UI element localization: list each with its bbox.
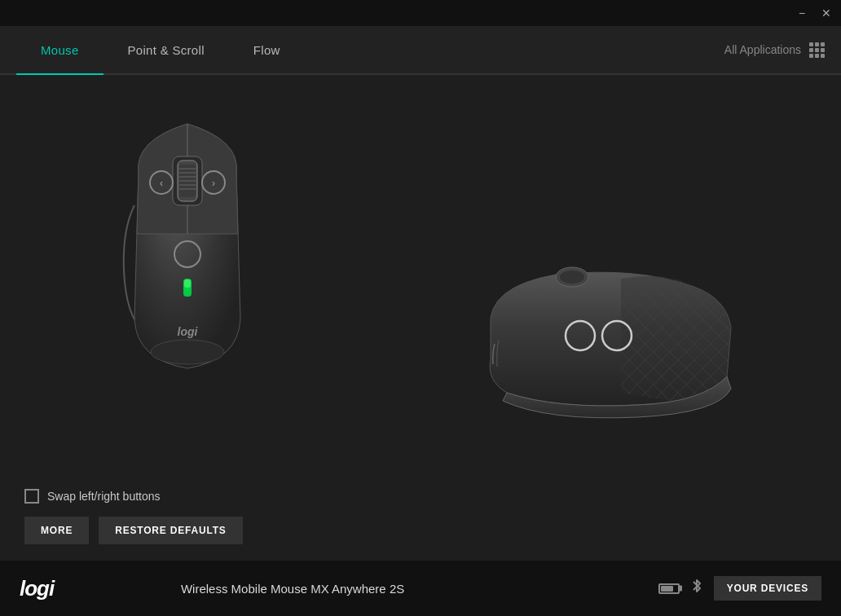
nav-bar: Mouse Point & Scroll Flow All Applicatio…: [0, 26, 841, 75]
more-button[interactable]: MORE: [24, 517, 89, 544]
svg-rect-16: [184, 279, 191, 288]
grid-dot: [809, 54, 813, 58]
restore-defaults-button[interactable]: RESTORE DEFAULTS: [99, 517, 242, 544]
tab-mouse[interactable]: Mouse: [16, 26, 103, 73]
device-name: Wireless Mobile Mouse MX Anywhere 2S: [181, 582, 404, 596]
grid-dot: [821, 54, 825, 58]
title-bar: − ✕: [0, 0, 841, 26]
svg-point-18: [151, 340, 224, 364]
grid-dot: [815, 54, 819, 58]
bottom-controls: Swap left/right buttons MORE RESTORE DEF…: [24, 489, 243, 544]
mouse-top-view: ‹ › logi: [106, 108, 269, 385]
grid-dot: [821, 48, 825, 52]
svg-text:›: ›: [212, 178, 215, 189]
bluetooth-icon: [691, 579, 702, 598]
grid-dot: [821, 42, 825, 46]
title-bar-controls: − ✕: [794, 5, 834, 21]
nav-tabs: Mouse Point & Scroll Flow: [16, 26, 305, 73]
svg-point-21: [560, 271, 584, 284]
mouse-top-svg: ‹ › logi: [106, 108, 269, 385]
swap-buttons-label: Swap left/right buttons: [47, 490, 161, 503]
close-button[interactable]: ✕: [818, 5, 834, 21]
your-devices-button[interactable]: YOUR DEVICES: [714, 576, 821, 601]
swap-buttons-checkbox[interactable]: [24, 489, 39, 504]
battery-fill: [661, 586, 673, 592]
mouse-side-svg: [474, 262, 743, 425]
minimize-button[interactable]: −: [794, 5, 810, 21]
tab-point-scroll[interactable]: Point & Scroll: [103, 26, 229, 73]
battery-icon: [658, 583, 680, 594]
svg-text:‹: ‹: [160, 178, 163, 189]
all-applications-label[interactable]: All Applications: [724, 43, 801, 56]
tab-flow[interactable]: Flow: [229, 26, 305, 73]
grid-dot: [815, 48, 819, 52]
nav-right: All Applications: [724, 42, 825, 58]
grid-dot: [815, 42, 819, 46]
apps-grid-icon[interactable]: [809, 42, 825, 58]
battery-body: [658, 583, 680, 594]
footer: logi Wireless Mobile Mouse MX Anywhere 2…: [0, 561, 841, 616]
grid-dot: [809, 48, 813, 52]
button-row: MORE RESTORE DEFAULTS: [24, 517, 243, 544]
checkbox-row: Swap left/right buttons: [24, 489, 243, 504]
logi-logo: logi: [20, 576, 54, 601]
mouse-side-view: [474, 262, 743, 425]
svg-text:logi: logi: [178, 325, 199, 338]
main-content: ‹ › logi: [0, 75, 841, 561]
footer-right: YOUR DEVICES: [658, 576, 821, 601]
grid-dot: [809, 42, 813, 46]
